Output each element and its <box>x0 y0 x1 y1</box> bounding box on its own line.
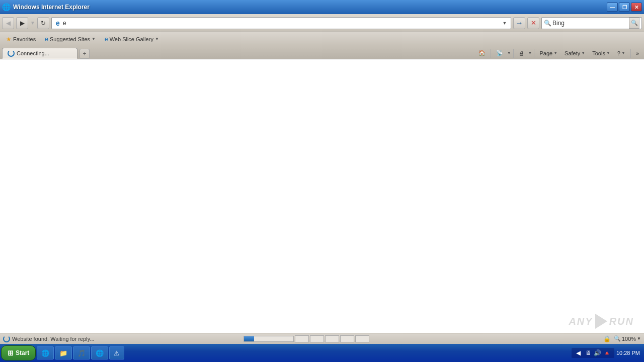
system-clock: 10:28 PM <box>616 350 640 356</box>
ie-taskbar-item[interactable]: 🌐 <box>37 346 54 359</box>
stop-button[interactable]: ✕ <box>527 17 539 29</box>
window-title: Windows Internet Explorer <box>13 4 90 11</box>
zoom-label: 100% <box>622 336 636 342</box>
tab-loading-icon <box>8 50 15 57</box>
media-taskbar-icon: 🎵 <box>77 349 86 357</box>
status-segment-4 <box>340 335 354 342</box>
home-button[interactable]: 🏠 <box>475 48 489 58</box>
suggested-sites-button[interactable]: e Suggested Sites ▼ <box>42 35 99 44</box>
title-bar: 🌐 Windows Internet Explorer — ❐ ✕ <box>0 0 644 14</box>
favorites-bar: ★ Favorites e Suggested Sites ▼ e Web Sl… <box>0 32 644 46</box>
progress-bar-fill <box>244 336 254 341</box>
cmd-separator-2 <box>513 49 514 58</box>
start-button[interactable]: ⊞ Start <box>1 345 36 360</box>
tray-network-icon[interactable]: 🖥 <box>584 349 592 357</box>
print-icon: 🖨 <box>519 50 524 56</box>
ie-taskbar-icon: 🌐 <box>41 349 49 357</box>
browser-content: ANY RUN <box>0 59 644 344</box>
print-dropdown[interactable]: ▼ <box>528 51 532 55</box>
system-tray: ◀ 🖥 🔊 🔺 <box>572 348 614 358</box>
status-text: Website found. Waiting for reply... <box>12 336 242 342</box>
warning-taskbar-item[interactable]: ⚠ <box>109 346 124 359</box>
feeds-dropdown[interactable]: ▼ <box>507 51 511 55</box>
tab-bar-right: 🏠 📡 ▼ 🖨 ▼ Page ▼ Safety <box>475 48 642 58</box>
close-button[interactable]: ✕ <box>631 3 642 12</box>
help-button[interactable]: ? ▼ <box>614 49 628 58</box>
new-tab-button[interactable]: + <box>79 49 90 59</box>
watermark-triangle-icon <box>595 314 607 329</box>
zoom-icon: 🔍 <box>614 335 621 342</box>
web-slice-gallery-dropdown[interactable]: ▼ <box>155 37 159 41</box>
web-slice-icon: e <box>105 36 108 43</box>
browser-taskbar-icon: 🌐 <box>96 349 104 357</box>
os-taskbar: ⊞ Start 🌐 📁 🎵 🌐 ⚠ ◀ 🖥 🔊 🔺 10:28 PM <box>0 344 644 362</box>
status-segment-2 <box>310 335 324 342</box>
progress-bar <box>244 336 294 342</box>
print-button[interactable]: 🖨 <box>516 49 527 58</box>
back-button[interactable]: ◀ <box>2 17 14 29</box>
watermark-text: ANY <box>569 316 593 327</box>
watermark-run-text: RUN <box>609 316 634 327</box>
warning-taskbar-icon: ⚠ <box>114 349 120 357</box>
status-bar: Website found. Waiting for reply... 🔒 🔍 … <box>0 333 644 344</box>
web-slice-gallery-button[interactable]: e Web Slice Gallery ▼ <box>102 35 162 44</box>
nav-bar: ◀ ▶ ▼ ↻ e ▼ → ✕ 🔍 🔍 <box>0 14 644 32</box>
favorites-button[interactable]: ★ Favorites <box>3 35 39 44</box>
refresh-button[interactable]: ↻ <box>37 17 49 29</box>
go-button[interactable]: → <box>513 17 525 29</box>
address-ie-icon: e <box>54 19 62 27</box>
nav-dropdown[interactable]: ▼ <box>30 20 35 26</box>
zoom-dropdown[interactable]: ▼ <box>637 336 641 341</box>
address-input[interactable] <box>63 20 500 27</box>
feeds-button[interactable]: 📡 <box>493 48 506 58</box>
protected-mode-icon[interactable]: 🔒 <box>603 334 612 343</box>
address-bar-container: e ▼ <box>51 17 511 29</box>
search-container: 🔍 🔍 <box>541 17 642 29</box>
cmd-separator-3 <box>534 49 534 58</box>
status-loading-icon <box>3 335 10 342</box>
windows-icon: ⊞ <box>8 349 14 357</box>
active-tab[interactable]: Connecting... <box>2 48 77 59</box>
tab-label: Connecting... <box>17 50 49 56</box>
address-dropdown-button[interactable]: ▼ <box>501 18 509 28</box>
search-icon: 🔍 <box>544 20 551 27</box>
browser-taskbar-item[interactable]: 🌐 <box>91 346 108 359</box>
suggested-sites-dropdown[interactable]: ▼ <box>92 37 96 41</box>
page-button[interactable]: Page ▼ <box>536 49 560 58</box>
status-segment-3 <box>325 335 339 342</box>
tools-button[interactable]: Tools ▼ <box>589 49 613 58</box>
folder-taskbar-icon: 📁 <box>59 349 67 357</box>
folder-taskbar-item[interactable]: 📁 <box>55 346 72 359</box>
safety-button[interactable]: Safety ▼ <box>561 49 588 58</box>
start-label: Start <box>16 349 29 356</box>
home-icon: 🏠 <box>478 50 486 56</box>
search-button[interactable]: 🔍 <box>629 18 639 29</box>
tools-dropdown[interactable]: ▼ <box>606 51 610 55</box>
zoom-button[interactable]: 🔍 100% ▼ <box>614 335 641 342</box>
tab-bar: Connecting... + 🏠 📡 ▼ 🖨 ▼ <box>0 46 644 59</box>
browser-window: 🌐 Windows Internet Explorer — ❐ ✕ ◀ ▶ ▼ … <box>0 0 644 344</box>
safety-dropdown[interactable]: ▼ <box>581 51 585 55</box>
page-dropdown[interactable]: ▼ <box>553 51 557 55</box>
tray-speaker-icon[interactable]: 🔊 <box>594 349 602 357</box>
status-segment-5 <box>355 335 369 342</box>
tab-cmd-area: Connecting... + 🏠 📡 ▼ 🖨 ▼ <box>0 46 644 59</box>
title-bar-left: 🌐 Windows Internet Explorer <box>2 3 90 11</box>
feeds-icon: 📡 <box>496 50 503 56</box>
watermark: ANY RUN <box>569 314 634 329</box>
tray-arrow-icon[interactable]: ◀ <box>575 349 583 357</box>
forward-button[interactable]: ▶ <box>16 17 28 29</box>
help-dropdown[interactable]: ▼ <box>621 51 625 55</box>
restore-button[interactable]: ❐ <box>619 3 630 12</box>
cmd-separator-4 <box>630 49 631 58</box>
tray-arrow2-icon[interactable]: 🔺 <box>603 349 611 357</box>
status-segment-1 <box>295 335 309 342</box>
cmd-separator-1 <box>491 49 491 58</box>
status-right: 🔒 🔍 100% ▼ <box>603 334 641 343</box>
media-taskbar-item[interactable]: 🎵 <box>73 346 90 359</box>
expand-button[interactable]: » <box>633 49 642 58</box>
tools-label: Tools <box>592 50 605 56</box>
search-input[interactable] <box>552 20 628 27</box>
taskbar-right: ◀ 🖥 🔊 🔺 10:28 PM <box>572 348 643 358</box>
minimize-button[interactable]: — <box>607 3 618 12</box>
